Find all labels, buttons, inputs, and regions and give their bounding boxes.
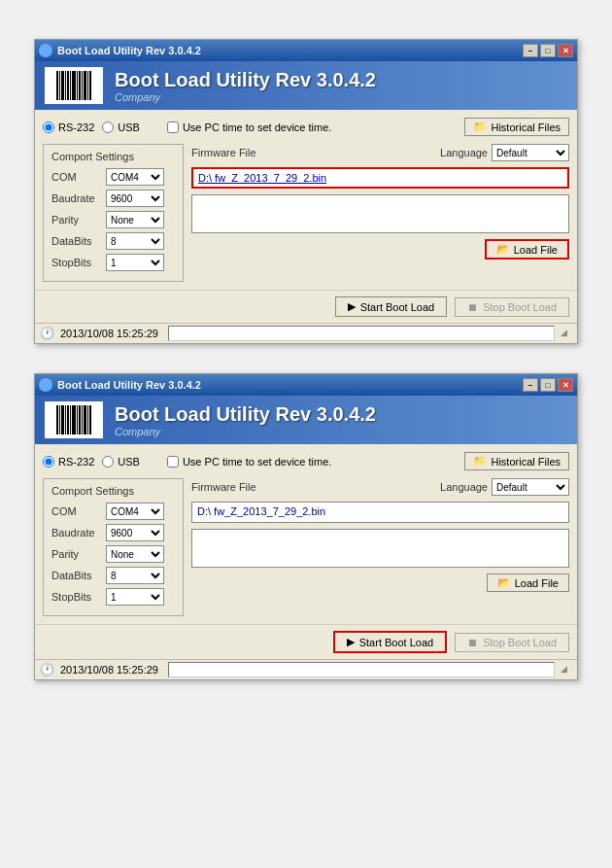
- com-select-1[interactable]: COM4: [106, 168, 164, 186]
- firmware-file-display-2: D:\ fw_Z_2013_7_29_2.bin: [191, 502, 569, 523]
- clock-icon-1: 🕐: [40, 327, 54, 340]
- stop-boot-load-button-1[interactable]: ⏹ Stop Boot Load: [455, 297, 569, 317]
- radio-rs232-group-2: RS-232: [43, 456, 94, 468]
- firmware-file-display-1: D:\ fw_Z_2013_7_29_2.bin: [191, 167, 569, 189]
- radio-rs232-2[interactable]: [43, 456, 54, 468]
- radio-row-1: RS-232 USB Use PC time to set device tim…: [43, 118, 569, 136]
- minimize-button-2[interactable]: −: [523, 378, 538, 392]
- title-bar-label-2: Boot Load Utility Rev 3.0.4.2: [57, 379, 201, 391]
- minimize-button-1[interactable]: −: [523, 44, 538, 57]
- status-text-box-2: [168, 662, 555, 677]
- window-1: Boot Load Utility Rev 3.0.4.2 − □ ✕: [34, 39, 578, 344]
- folder-icon-2: 📁: [473, 455, 487, 468]
- stopbits-select-2[interactable]: 1: [106, 588, 164, 606]
- parity-label-1: Parity: [51, 214, 102, 226]
- stopbits-select-1[interactable]: 1: [106, 254, 164, 271]
- firmware-extra-area-2: [191, 529, 569, 568]
- content-area-2: RS-232 USB Use PC time to set device tim…: [35, 444, 577, 624]
- comport-row-parity-2: Parity None: [51, 545, 175, 563]
- clock-icon-2: 🕐: [40, 663, 54, 677]
- language-select-1[interactable]: Default: [492, 144, 569, 161]
- historical-files-button-2[interactable]: 📁 Historical Files: [464, 452, 569, 470]
- load-file-button-2[interactable]: 📂 Load File: [487, 573, 569, 592]
- bottom-bar-2: ▶ Start Boot Load ⏹ Stop Boot Load: [35, 624, 577, 659]
- title-bar-label-1: Boot Load Utility Rev 3.0.4.2: [57, 45, 201, 56]
- language-label-2: Language: [440, 481, 488, 493]
- baudrate-select-2[interactable]: 9600: [106, 524, 164, 541]
- maximize-button-1[interactable]: □: [540, 44, 556, 57]
- maximize-button-2[interactable]: □: [540, 378, 556, 392]
- stop-boot-load-button-2[interactable]: ⏹ Stop Boot Load: [455, 633, 569, 652]
- com-label-2: COM: [51, 505, 102, 517]
- resize-handle-1: ◢: [561, 328, 572, 339]
- folder-open-icon-2: 📂: [497, 576, 511, 589]
- app-icon-1: [39, 44, 52, 57]
- databits-label-1: DataBits: [51, 235, 102, 247]
- databits-label-2: DataBits: [51, 570, 102, 581]
- comport-row-baudrate-1: Baudrate 9600: [51, 190, 175, 207]
- radio-rs232-label-1: RS-232: [58, 122, 94, 133]
- baudrate-select-1[interactable]: 9600: [106, 190, 164, 207]
- baudrate-label-1: Baudrate: [51, 192, 102, 204]
- comport-row-stopbits-1: StopBits 1: [51, 254, 175, 271]
- radio-rs232-group-1: RS-232: [43, 122, 94, 133]
- window-controls-1: − □ ✕: [523, 44, 573, 57]
- folder-icon-1: 📁: [473, 121, 487, 133]
- app-icon-2: [39, 378, 52, 392]
- databits-select-2[interactable]: 8: [106, 567, 164, 584]
- firmware-top-row-2: Firmware File Language Default: [191, 478, 569, 496]
- com-select-2[interactable]: COM4: [106, 503, 164, 520]
- close-button-1[interactable]: ✕: [558, 44, 573, 57]
- radio-usb-group-1: USB: [102, 122, 140, 133]
- content-area-1: RS-232 USB Use PC time to set device tim…: [35, 110, 577, 290]
- language-select-2[interactable]: Default: [492, 478, 569, 496]
- baudrate-label-2: Baudrate: [51, 527, 102, 538]
- bottom-bar-1: ▶ Start Boot Load ⏹ Stop Boot Load: [35, 290, 577, 323]
- app-company-2: Company: [115, 426, 376, 437]
- play-icon-2: ▶: [347, 636, 355, 648]
- window-controls-2: − □ ✕: [523, 378, 573, 392]
- start-boot-load-button-2[interactable]: ▶ Start Boot Load: [333, 631, 447, 653]
- stopbits-label-1: StopBits: [51, 257, 102, 268]
- app-header-2: Boot Load Utility Rev 3.0.4.2 Company: [35, 396, 577, 444]
- comport-title-1: Comport Settings: [51, 151, 175, 162]
- comport-row-stopbits-2: StopBits 1: [51, 588, 175, 606]
- barcode-logo-1: [45, 67, 103, 104]
- com-label-1: COM: [51, 171, 102, 183]
- comport-row-databits-1: DataBits 8: [51, 232, 175, 250]
- right-panel-2: Firmware File Language Default D:\ fw_Z_…: [191, 478, 569, 616]
- comport-row-databits-2: DataBits 8: [51, 567, 175, 584]
- radio-rs232-1[interactable]: [43, 122, 54, 133]
- comport-row-com-1: COM COM4: [51, 168, 175, 186]
- stopbits-label-2: StopBits: [51, 591, 102, 603]
- parity-select-1[interactable]: None: [106, 211, 164, 228]
- use-pc-time-label-1: Use PC time to set device time.: [183, 122, 331, 133]
- status-time-2: 2013/10/08 15:25:29: [60, 664, 158, 676]
- main-row-1: Comport Settings COM COM4 Baudrate 9600: [43, 144, 569, 282]
- status-text-box-1: [168, 326, 555, 341]
- status-bar-2: 🕐 2013/10/08 15:25:29 ◢: [35, 659, 577, 679]
- start-boot-load-button-1[interactable]: ▶ Start Boot Load: [335, 296, 447, 317]
- firmware-label-2: Firmware File: [191, 481, 256, 493]
- databits-select-1[interactable]: 8: [106, 232, 164, 250]
- title-bar-1: Boot Load Utility Rev 3.0.4.2 − □ ✕: [35, 40, 577, 61]
- firmware-label-1: Firmware File: [191, 147, 256, 158]
- radio-usb-1[interactable]: [102, 122, 114, 133]
- close-button-2[interactable]: ✕: [558, 378, 573, 392]
- use-pc-time-check-2[interactable]: [167, 456, 179, 468]
- comport-title-2: Comport Settings: [51, 485, 175, 497]
- comport-row-parity-1: Parity None: [51, 211, 175, 228]
- radio-usb-2[interactable]: [102, 456, 114, 468]
- use-pc-time-check-1[interactable]: [167, 122, 179, 133]
- load-file-button-1[interactable]: 📂 Load File: [485, 239, 569, 260]
- radio-usb-label-2: USB: [118, 456, 140, 468]
- status-bar-1: 🕐 2013/10/08 15:25:29 ◢: [35, 323, 577, 343]
- parity-label-2: Parity: [51, 548, 102, 560]
- app-title-2: Boot Load Utility Rev 3.0.4.2: [115, 403, 376, 426]
- radio-usb-label-1: USB: [118, 122, 140, 133]
- stop-icon-2: ⏹: [467, 637, 478, 648]
- parity-select-2[interactable]: None: [106, 545, 164, 563]
- title-bar-2: Boot Load Utility Rev 3.0.4.2 − □ ✕: [35, 374, 577, 396]
- app-header-1: Boot Load Utility Rev 3.0.4.2 Company: [35, 61, 577, 110]
- historical-files-button-1[interactable]: 📁 Historical Files: [464, 118, 569, 136]
